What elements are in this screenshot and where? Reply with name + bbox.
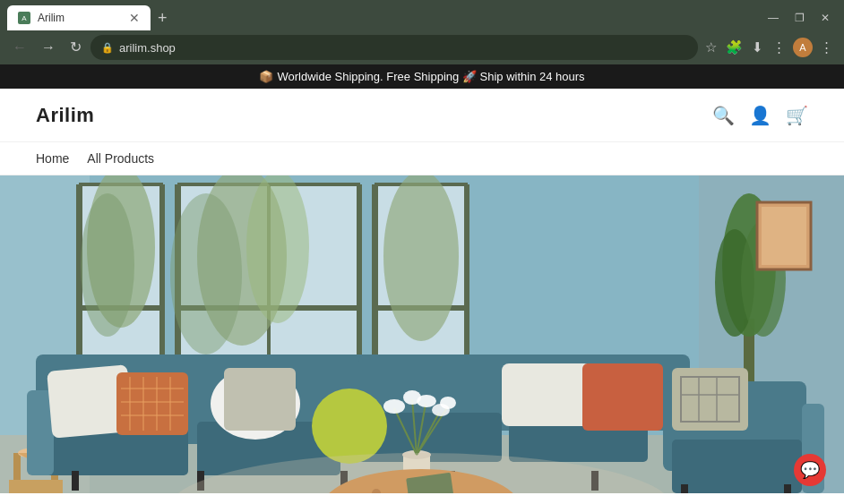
svg-rect-30 (13, 453, 21, 480)
security-icon: 🔒 (101, 42, 114, 54)
tab-favicon: A (18, 12, 30, 24)
browser-nav-bar: ← → ↻ 🔒 arilim.shop ☆ 🧩 ⬇ ⋮ A ⋮ (0, 30, 844, 64)
hero-image (0, 175, 844, 493)
browser-tab-active[interactable]: A Arilim ✕ (7, 5, 151, 30)
settings-icon[interactable]: ⋮ (769, 36, 789, 59)
back-button[interactable]: ← (7, 37, 32, 58)
menu-icon[interactable]: ⋮ (816, 36, 837, 59)
browser-chrome: A Arilim ✕ + — ❐ ✕ ← → ↻ 🔒 arilim.shop ☆… (0, 0, 844, 64)
search-icon[interactable]: 🔍 (712, 105, 735, 126)
svg-rect-60 (224, 368, 296, 431)
svg-point-8 (81, 193, 134, 337)
hero-section (0, 175, 844, 493)
svg-rect-29 (9, 480, 63, 493)
chat-bubble[interactable]: 💬 (794, 454, 826, 486)
svg-point-78 (417, 395, 436, 407)
svg-point-76 (383, 399, 405, 414)
svg-rect-48 (681, 484, 688, 493)
bookmark-icon[interactable]: ☆ (702, 36, 720, 59)
website-content: 📦 Worldwide Shipping. Free Shipping 🚀 Sh… (0, 64, 844, 504)
new-tab-button[interactable]: + (158, 9, 168, 28)
announcement-bar: 📦 Worldwide Shipping. Free Shipping 🚀 Sh… (0, 64, 844, 89)
window-controls: — ❐ ✕ (761, 8, 837, 28)
nav-all-products[interactable]: All Products (87, 151, 154, 166)
cart-icon[interactable]: 🛒 (786, 105, 808, 126)
svg-rect-28 (762, 207, 806, 265)
svg-rect-49 (784, 484, 791, 493)
announcement-icon-left: 📦 (259, 70, 273, 83)
browser-toolbar-icons: ☆ 🧩 ⬇ ⋮ (702, 36, 789, 59)
svg-rect-43 (72, 471, 79, 491)
close-window-button[interactable]: ✕ (814, 8, 837, 28)
svg-point-16 (246, 175, 309, 323)
forward-button[interactable]: → (36, 37, 61, 58)
address-bar[interactable]: 🔒 arilim.shop (90, 35, 698, 60)
announcement-icon-mid: 🚀 (462, 70, 477, 83)
svg-rect-51 (116, 372, 188, 435)
minimize-button[interactable]: — (761, 8, 786, 28)
maximize-button[interactable]: ❐ (788, 8, 812, 28)
chat-icon: 💬 (800, 460, 820, 480)
svg-rect-40 (672, 440, 802, 493)
svg-point-15 (170, 193, 242, 355)
tab-title: Arilim (38, 12, 122, 24)
site-navigation: Home All Products (0, 142, 844, 175)
user-avatar[interactable]: A (793, 38, 813, 57)
reload-button[interactable]: ↻ (65, 37, 87, 58)
browser-tab-bar: A Arilim ✕ + — ❐ ✕ (0, 0, 844, 30)
featured-section: Featured collection (0, 493, 844, 504)
tab-close-button[interactable]: ✕ (129, 12, 140, 24)
nav-home[interactable]: Home (36, 151, 69, 166)
download-icon[interactable]: ⬇ (748, 36, 767, 59)
extensions-icon[interactable]: 🧩 (722, 36, 746, 59)
svg-point-61 (312, 389, 387, 464)
site-logo: Arilim (36, 104, 94, 127)
svg-point-21 (383, 175, 459, 341)
svg-rect-63 (582, 363, 663, 431)
svg-rect-62 (502, 363, 591, 426)
account-icon[interactable]: 👤 (749, 105, 771, 126)
header-icons: 🔍 👤 🛒 (712, 105, 808, 126)
announcement-text: Worldwide Shipping. Free Shipping 🚀 Ship… (277, 70, 584, 83)
svg-point-80 (440, 397, 456, 409)
site-header: Arilim 🔍 👤 🛒 (0, 89, 844, 142)
url-text: arilim.shop (119, 41, 176, 55)
